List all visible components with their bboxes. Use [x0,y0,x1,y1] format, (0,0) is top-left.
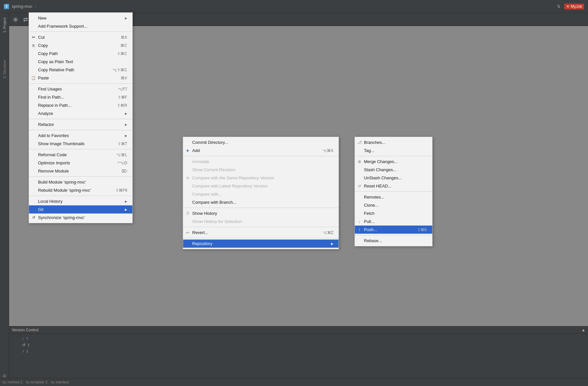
menu-item-local-history[interactable]: Local History [29,197,132,205]
menu-item-merge-changes-label: Merge Changes... [364,159,397,164]
menu-item-push[interactable]: ↑ Push... ⇧⌘K [355,226,432,234]
project-name: spring-mvc [12,4,33,9]
menu-item-remotes-label: Remotes... [364,195,384,200]
paste-icon: 📋 [31,76,36,81]
menu-item-git[interactable]: Git [29,205,132,214]
menu-item-revert-label: Revert... [192,230,208,235]
menu-item-add-framework[interactable]: Add Framework Support... [29,22,132,30]
menu-item-reformat-code[interactable]: Reformat Code ⌥⌘L [29,151,132,159]
copy-path-shortcut: ⇧⌘C [111,51,127,56]
menu-item-fetch[interactable]: Fetch [355,209,432,217]
context-menu-level2: Commit Directory... + Add ⌥⌘A Annotate S… [183,137,339,249]
menu-item-compare-branch[interactable]: Compare with Branch... [183,198,339,206]
menu-item-rebase[interactable]: Rebase... [355,237,432,245]
merge-icon: ⊕ [357,159,362,164]
menu-item-show-current-revision-label: Show Current Revision [192,167,235,172]
menu-item-rebase-label: Rebase... [364,238,382,243]
paste-shortcut: ⌘V [114,76,127,80]
menu-item-new[interactable]: New [29,14,132,22]
menu-item-optimize-imports-label: Optimize Imports [38,160,70,165]
menu-item-pull[interactable]: ↓ Pull... [355,217,432,226]
menu-item-unstash-changes[interactable]: UnStash Changes... [355,174,432,182]
menu-item-add-framework-label: Add Framework Support... [38,24,87,29]
branches-icon: ⎇ [357,140,362,145]
menu-item-push-label: Push... [364,227,377,232]
menu-item-remove-module[interactable]: Remove Module ⌦ [29,167,132,175]
menu-item-reset-head[interactable]: ↺ Reset HEAD... [355,182,432,190]
git-sep-1 [183,156,339,156]
menu-item-find-usages[interactable]: Find Usages ⌥F7 [29,85,132,93]
myjob-label[interactable]: ✕ MyJob [564,4,584,9]
repo-sep-3 [355,235,432,235]
menu-item-tag[interactable]: Tag... [355,146,432,155]
vc-rows: ↓ t ↺ t ↑ t [9,334,588,356]
menu-item-branches[interactable]: ⎇ Branches... [355,138,432,146]
menu-item-paste[interactable]: 📋 Paste ⌘V [29,74,132,82]
menu-item-copy[interactable]: ⎘ Copy ⌘C [29,41,132,49]
git-sep-2 [183,208,339,208]
menu-item-rebuild-module-label: Rebuild Module 'spring-mvc' [38,188,91,193]
side-panel: 1: Project Z: Structure ≡ [0,13,9,386]
menu-item-remotes[interactable]: Remotes... [355,193,432,201]
menu-item-new-label: New [38,16,47,21]
menu-item-synchronize-label: Synchronize 'spring-mvc' [38,215,85,220]
menu-item-cut-label: Cut [38,35,45,40]
vc-row-2-text: t [28,343,29,347]
menu-item-add-label: Add [192,148,200,153]
menu-item-find-in-path[interactable]: Find in Path... ⇧⌘F [29,93,132,101]
menu-item-optimize-imports[interactable]: Optimize Imports ^⌥O [29,159,132,167]
menu-item-show-history-label: Show History [192,211,217,216]
vc-row-1: ↓ t [9,335,588,342]
menu-item-refactor-label: Refactor [38,122,54,127]
menu-item-replace-in-path[interactable]: Replace in Path... ⇧⌘R [29,101,132,109]
menu-item-commit-dir[interactable]: Commit Directory... [183,138,339,146]
toolbar-btn-sync[interactable]: ⇄ [22,15,29,24]
menu-item-add[interactable]: + Add ⌥⌘A [183,146,339,155]
menu-item-copy-path[interactable]: Copy Path ⇧⌘C [29,49,132,58]
compare-icon: ⊞ [185,175,190,181]
vc-up-icon[interactable]: ▲ [581,328,585,332]
vc-row-3-text: t [27,349,28,354]
menu-item-rebuild-module[interactable]: Rebuild Module 'spring-mvc' ⇧⌘F9 [29,186,132,194]
menu-item-merge-changes[interactable]: ⊕ Merge Changes... [355,158,432,166]
menu-item-synchronize[interactable]: ↺ Synchronize 'spring-mvc' [29,214,132,222]
sidebar-item-structure[interactable]: Z: Structure [1,58,8,80]
menu-item-copy-plain-text[interactable]: Copy as Plain Text [29,58,132,66]
menu-item-compare-latest-label: Compare with Latest Repository Version [192,184,268,188]
repo-sep-1 [355,156,432,156]
menu-item-find-usages-label: Find Usages [38,87,62,91]
remove-module-shortcut: ⌦ [115,169,127,173]
vc-row-1-text: t [27,336,28,341]
menu-sep-2 [29,83,132,84]
menu-item-tag-label: Tag... [364,148,374,153]
menu-item-compare-latest: Compare with Latest Repository Version [183,182,339,190]
menu-item-add-favorites[interactable]: Add to Favorites [29,131,132,140]
menu-item-copy-relative-path[interactable]: Copy Relative Path ⌥⇧⌘C [29,66,132,74]
copy-shortcut: ⌘C [114,43,127,48]
menu-item-remove-module-label: Remove Module [38,169,69,173]
menu-sep-3 [29,119,132,119]
menu-item-stash-changes[interactable]: Stash Changes... [355,166,432,174]
menu-item-show-thumbnails[interactable]: Show Image Thumbnails ⇧⌘T [29,140,132,148]
context-menu-level3: ⎇ Branches... Tag... ⊕ Merge Changes... … [354,137,433,246]
menu-item-repository[interactable]: Repository [183,240,339,248]
menu-item-analyze[interactable]: Analyze [29,109,132,117]
toolbar-btn-add[interactable]: ⊕ [12,15,19,24]
sidebar-item-project[interactable]: 1: Project [1,16,8,34]
menu-item-cut[interactable]: ✂ Cut ⌘X [29,33,132,41]
optimize-shortcut: ^⌥O [111,161,127,165]
menu-item-clone[interactable]: Clone... [355,201,432,209]
menu-item-show-history[interactable]: ⏱ Show History [183,209,339,217]
menu-item-compare-branch-label: Compare with Branch... [192,200,236,205]
menu-item-revert[interactable]: ↩ Revert... ⌥⌘Z [183,228,339,237]
menu-item-annotate-label: Annotate [192,159,209,164]
menu-item-git-label: Git [38,207,44,212]
vc-panel-header: Version Control ▲ [9,326,588,334]
menu-item-refactor[interactable]: Refactor [29,120,132,129]
rebuild-shortcut: ⇧⌘F9 [109,188,127,193]
status-bar: by method 2、by template 3、by interface [0,378,588,386]
menu-item-annotate: Annotate [183,158,339,166]
menu-item-build-module[interactable]: Build Module 'spring-mvc' [29,178,132,186]
menu-item-unstash-changes-label: UnStash Changes... [364,175,402,180]
menu-sep-4 [29,130,132,130]
